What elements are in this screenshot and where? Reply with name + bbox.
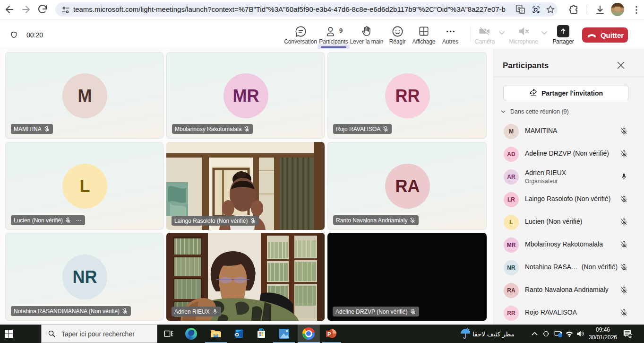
svg-text:1: 1 [629,334,631,338]
svg-text:文: 文 [520,9,524,13]
svg-text:P: P [327,331,331,337]
